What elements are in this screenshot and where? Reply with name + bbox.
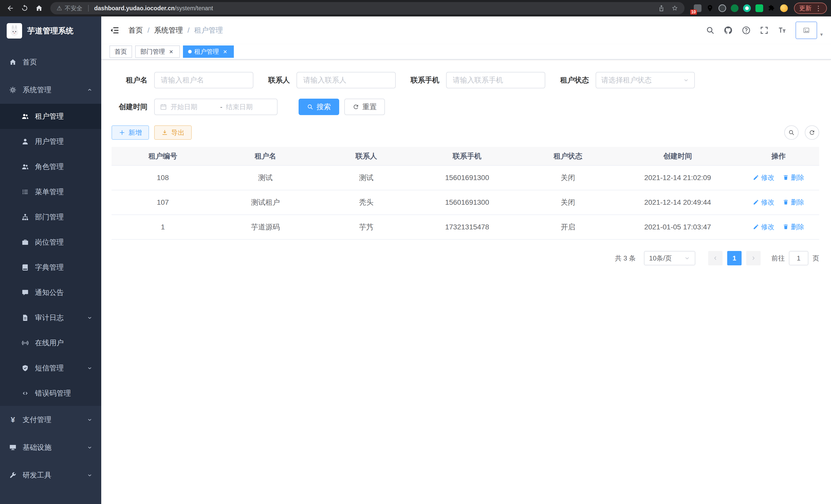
- sidebar-item-audit-log[interactable]: 审计日志: [0, 305, 101, 330]
- cell-id: 107: [112, 190, 214, 215]
- sidebar-item-posts[interactable]: 岗位管理: [0, 230, 101, 255]
- browser-home-icon[interactable]: [33, 2, 45, 14]
- tab-label: 租户管理: [194, 48, 219, 56]
- edit-link[interactable]: 修改: [753, 198, 774, 207]
- sidebar-item-notice[interactable]: 通知公告: [0, 280, 101, 305]
- comment-icon: [21, 289, 29, 296]
- delete-label: 删除: [791, 198, 804, 207]
- extension-pin-icon[interactable]: [706, 4, 714, 12]
- end-date-placeholder: 结束日期: [226, 102, 272, 112]
- table-row: 108 测试 测试 15601691300 关闭 2021-12-14 21:0…: [112, 166, 819, 190]
- user-avatar[interactable]: ▾: [796, 22, 823, 39]
- filter-status: 租户状态 请选择租户状态: [560, 72, 695, 88]
- breadcrumb: 首页 / 系统管理 / 租户管理: [128, 25, 223, 35]
- share-icon[interactable]: [658, 5, 665, 12]
- sidebar-item-label: 角色管理: [35, 162, 64, 172]
- add-button[interactable]: 新增: [112, 125, 149, 140]
- page-size-select[interactable]: 10条/页: [644, 251, 695, 265]
- tab-department[interactable]: 部门管理×: [135, 46, 180, 58]
- delete-link[interactable]: 删除: [783, 173, 804, 182]
- sidebar-item-devtools[interactable]: 研发工具: [0, 462, 101, 489]
- contact-input[interactable]: [296, 72, 396, 88]
- prev-page-button[interactable]: [708, 251, 722, 265]
- sidebar-item-sms[interactable]: 短信管理: [0, 356, 101, 381]
- sidebar-item-error-code[interactable]: 错误码管理: [0, 381, 101, 406]
- extension-icon-3[interactable]: [731, 4, 739, 12]
- toggle-search-button[interactable]: [784, 125, 799, 140]
- back-icon[interactable]: [4, 2, 17, 14]
- search-icon: [307, 103, 314, 110]
- collapse-sidebar-icon[interactable]: [110, 25, 121, 36]
- date-range-picker[interactable]: 开始日期 - 结束日期: [154, 99, 278, 115]
- address-bar[interactable]: ⚠ 不安全 dashboard.yudao.iocoder.cn/system/…: [50, 2, 685, 14]
- extension-icon-2[interactable]: [718, 4, 726, 12]
- status-placeholder: 请选择租户状态: [601, 75, 652, 85]
- status-select[interactable]: 请选择租户状态: [596, 72, 695, 88]
- user-icon: [21, 138, 29, 145]
- sidebar-item-payment[interactable]: ¥ 支付管理: [0, 406, 101, 434]
- cell-created: 2021-12-14 21:02:09: [618, 166, 738, 190]
- search-button-label: 搜索: [317, 102, 331, 112]
- broken-image-icon: [796, 22, 817, 39]
- extension-icon-5[interactable]: [755, 4, 763, 12]
- cell-name: 测试: [214, 166, 317, 190]
- browser-menu-icon[interactable]: ⋮: [815, 4, 822, 12]
- font-size-icon[interactable]: [778, 26, 787, 35]
- extensions-puzzle-icon[interactable]: [768, 4, 775, 12]
- sidebar-item-users[interactable]: 用户管理: [0, 129, 101, 154]
- sidebar-item-dict[interactable]: 字典管理: [0, 255, 101, 280]
- table-row: 1 芋道源码 芋艿 17321315478 开启 2021-01-05 17:0…: [112, 215, 819, 239]
- browser-profile-avatar[interactable]: [780, 4, 788, 12]
- next-page-button[interactable]: [746, 251, 761, 265]
- update-button[interactable]: 更新 ⋮: [794, 3, 827, 14]
- sidebar-item-system[interactable]: 系统管理: [0, 76, 101, 104]
- phone-input[interactable]: [446, 72, 545, 88]
- bookmark-star-icon[interactable]: [671, 5, 678, 12]
- sidebar-item-home[interactable]: 首页: [0, 48, 101, 76]
- tab-tenant[interactable]: 租户管理×: [183, 46, 234, 58]
- sidebar-logo[interactable]: 芋道管理系统: [0, 17, 101, 45]
- sidebar-item-label: 错误码管理: [35, 388, 71, 398]
- security-label[interactable]: 不安全: [65, 4, 83, 12]
- close-icon[interactable]: ×: [222, 48, 229, 55]
- tenant-name-input[interactable]: [154, 72, 253, 88]
- extension-icon-1[interactable]: 10: [694, 4, 701, 12]
- reset-button[interactable]: 重置: [344, 99, 385, 115]
- sidebar: 芋道管理系统 首页 系统管理 租户管理 用户管理: [0, 17, 101, 504]
- delete-link[interactable]: 删除: [783, 223, 804, 232]
- export-button[interactable]: 导出: [154, 125, 192, 140]
- sidebar-item-label: 研发工具: [23, 470, 51, 480]
- filter-tenant-name: 租户名: [112, 72, 253, 88]
- tab-label: 首页: [115, 48, 127, 56]
- cell-status: 开启: [519, 215, 618, 239]
- refresh-table-button[interactable]: [805, 125, 819, 140]
- search-button[interactable]: 搜索: [298, 99, 339, 115]
- close-icon[interactable]: ×: [168, 48, 175, 55]
- tab-home[interactable]: 首页: [110, 46, 132, 58]
- breadcrumb-home[interactable]: 首页: [128, 25, 143, 35]
- page-number-1[interactable]: 1: [727, 251, 742, 265]
- reload-icon[interactable]: [19, 2, 31, 14]
- cell-contact: 芋艿: [317, 215, 416, 239]
- sidebar-item-departments[interactable]: 部门管理: [0, 205, 101, 230]
- warning-icon: ⚠: [57, 5, 62, 12]
- edit-label: 修改: [761, 173, 774, 182]
- broadcast-icon: [21, 339, 29, 347]
- extension-icon-4[interactable]: [743, 4, 751, 12]
- fullscreen-icon[interactable]: [760, 26, 769, 35]
- sidebar-item-online-users[interactable]: 在线用户: [0, 330, 101, 356]
- search-icon[interactable]: [706, 26, 715, 35]
- help-icon[interactable]: [742, 26, 751, 35]
- trash-icon: [783, 224, 789, 230]
- sidebar-item-menus[interactable]: 菜单管理: [0, 179, 101, 205]
- sidebar-item-infra[interactable]: 基础设施: [0, 434, 101, 462]
- breadcrumb-system[interactable]: 系统管理: [154, 25, 183, 35]
- github-icon[interactable]: [724, 26, 733, 35]
- sidebar-item-roles[interactable]: 角色管理: [0, 154, 101, 179]
- edit-link[interactable]: 修改: [753, 173, 774, 182]
- goto-page-input[interactable]: [789, 251, 808, 265]
- edit-link[interactable]: 修改: [753, 223, 774, 232]
- sidebar-item-tenant[interactable]: 租户管理: [0, 104, 101, 129]
- delete-link[interactable]: 删除: [783, 198, 804, 207]
- refresh-icon: [352, 103, 359, 110]
